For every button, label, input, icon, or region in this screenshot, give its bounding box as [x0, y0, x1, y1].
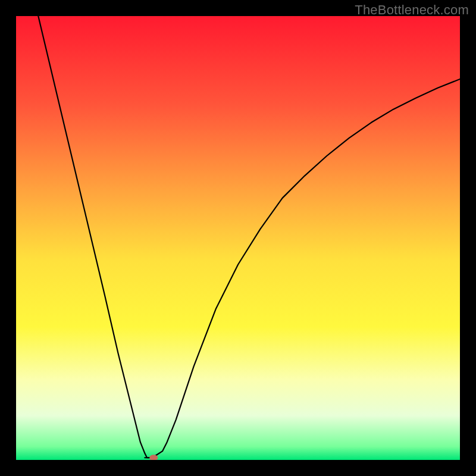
watermark-text: TheBottleneck.com: [355, 2, 469, 18]
chart-svg: [16, 16, 460, 460]
chart-frame: TheBottleneck.com: [0, 0, 476, 476]
gradient-background: [16, 16, 460, 460]
plot-area: [16, 16, 460, 460]
